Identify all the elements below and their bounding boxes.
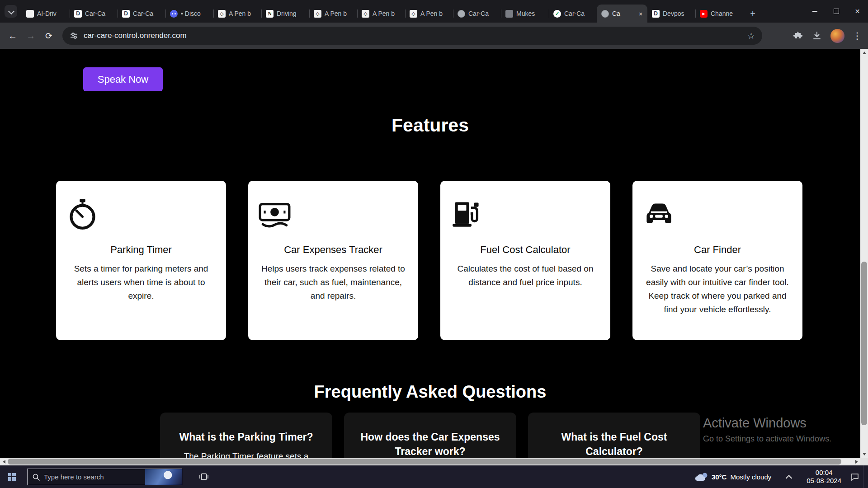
faq-heading: Frequently Asked Questions <box>0 382 860 402</box>
devpost-d-icon <box>122 10 130 18</box>
search-icon <box>32 473 40 481</box>
tab-label: Mukes <box>516 10 545 17</box>
windows-taskbar: 30°C Mostly cloudy 00:04 05-08-2024 <box>0 465 868 488</box>
screen: AI-Driv Car-Ca Car-Ca • Disco A Pen b Dr… <box>0 0 868 488</box>
browser-tab[interactable]: Devpos <box>647 5 695 23</box>
reload-button[interactable] <box>40 27 58 45</box>
taskbar-search[interactable] <box>27 469 182 485</box>
weather-condition[interactable]: Mostly cloudy <box>730 473 771 481</box>
task-view-button[interactable] <box>199 472 209 482</box>
minimize-button[interactable] <box>804 0 826 23</box>
tray-expand-chevron-icon[interactable] <box>787 474 791 479</box>
watermark-subtitle: Go to Settings to activate Windows. <box>703 434 831 444</box>
menu-kebab-icon[interactable] <box>853 30 862 41</box>
new-tab-button[interactable] <box>746 7 760 20</box>
scroll-left-arrow[interactable] <box>0 458 8 465</box>
browser-tab[interactable]: A Pen b <box>213 5 261 23</box>
watermark-title: Activate Windows <box>703 416 831 431</box>
tab-label: Ca <box>612 10 636 17</box>
scroll-down-arrow[interactable] <box>860 450 868 458</box>
browser-tab[interactable]: AI-Driv <box>22 5 70 23</box>
chevron-down-icon <box>9 9 13 14</box>
browser-tab[interactable]: A Pen b <box>357 5 405 23</box>
features-heading: Features <box>0 115 860 136</box>
browser-tab[interactable]: Channe <box>695 5 743 23</box>
maximize-button[interactable] <box>826 0 847 23</box>
tabs-container: AI-Driv Car-Ca Car-Ca • Disco A Pen b Dr… <box>22 0 743 23</box>
browser-tab[interactable]: A Pen b <box>405 5 453 23</box>
feature-card-parking-timer: Parking Timer Sets a timer for parking m… <box>56 181 226 340</box>
tab-label: A Pen b <box>325 10 354 17</box>
tab-strip: AI-Driv Car-Ca Car-Ca • Disco A Pen b Dr… <box>0 0 868 23</box>
blank-icon <box>505 10 513 18</box>
faq-question[interactable]: What is the Fuel Cost Calculator? <box>539 430 689 459</box>
card-title: Fuel Cost Calculator <box>450 244 600 256</box>
browser-tab[interactable]: Driving <box>261 5 309 23</box>
browser-tab[interactable]: • Disco <box>165 5 213 23</box>
tab-label: AI-Driv <box>37 10 66 17</box>
faq-question[interactable]: How does the Car Expenses Tracker work? <box>355 430 505 459</box>
url-text[interactable]: car-care-control.onrender.com <box>84 31 187 40</box>
devpost-d-icon <box>652 10 660 18</box>
globe-icon <box>458 10 465 18</box>
tab-label: Car-Ca <box>468 10 497 17</box>
taskbar-clock[interactable]: 00:04 05-08-2024 <box>807 469 841 485</box>
feature-card-fuel: Fuel Cost Calculator Calculates the cost… <box>440 181 610 340</box>
back-button[interactable] <box>4 27 22 45</box>
browser-tab[interactable]: Mukes <box>501 5 549 23</box>
horizontal-scroll-thumb[interactable] <box>8 459 841 465</box>
show-desktop-button[interactable] <box>863 465 865 488</box>
notion-icon <box>266 10 274 18</box>
action-center-icon[interactable] <box>850 473 859 481</box>
weather-temp[interactable]: 30°C <box>712 473 727 481</box>
card-body: Helps users track expenses related to th… <box>258 262 408 303</box>
bookmark-star-icon[interactable] <box>747 31 755 41</box>
toolbar-right <box>793 29 862 43</box>
browser-tab[interactable]: Car-Ca <box>118 5 165 23</box>
tab-label: Car-Ca <box>133 10 162 17</box>
search-highlight-image[interactable] <box>145 469 182 485</box>
speak-now-button[interactable]: Speak Now <box>83 67 163 91</box>
address-bar[interactable]: car-care-control.onrender.com <box>62 27 762 45</box>
start-button[interactable] <box>0 465 24 488</box>
card-body: Save and locate your car’s position easi… <box>642 262 793 316</box>
card-title: Car Expenses Tracker <box>258 244 408 256</box>
codepen-icon <box>410 10 417 18</box>
vertical-scroll-thumb[interactable] <box>861 262 867 425</box>
tab-label: A Pen b <box>229 10 258 17</box>
browser-tab[interactable]: Car-Ca <box>549 5 597 23</box>
car-front-icon <box>642 197 793 230</box>
search-input[interactable] <box>44 473 145 481</box>
tab-close-icon[interactable] <box>637 10 644 17</box>
app-white-icon <box>26 10 34 18</box>
downloads-icon[interactable] <box>811 30 822 41</box>
site-settings-icon[interactable] <box>70 32 78 40</box>
tab-label: • Disco <box>181 10 210 17</box>
card-title: Parking Timer <box>66 244 216 256</box>
scroll-right-arrow[interactable] <box>853 458 860 465</box>
card-body: Calculates the cost of fuel based on dis… <box>450 262 600 289</box>
profile-avatar[interactable] <box>830 29 844 43</box>
tab-label: Car-Ca <box>564 10 593 17</box>
window-controls <box>804 0 868 23</box>
browser-tab[interactable]: A Pen b <box>309 5 357 23</box>
globe-icon <box>601 10 609 18</box>
forward-button[interactable] <box>22 27 40 45</box>
windows-logo-icon <box>8 473 16 481</box>
horizontal-scrollbar[interactable] <box>0 458 860 465</box>
extensions-icon[interactable] <box>793 30 803 41</box>
feature-card-expenses: Car Expenses Tracker Helps users track e… <box>248 181 418 340</box>
youtube-icon <box>700 10 708 18</box>
check-green-icon <box>553 10 561 18</box>
tab-label: Devpos <box>663 10 692 17</box>
browser-tab-active[interactable]: Ca <box>597 5 647 23</box>
system-tray: 30°C Mostly cloudy 00:04 05-08-2024 <box>695 465 865 488</box>
tab-search-button[interactable] <box>5 5 17 18</box>
browser-tab[interactable]: Car-Ca <box>453 5 501 23</box>
clock-date: 05-08-2024 <box>807 477 841 485</box>
scroll-up-arrow[interactable] <box>860 49 868 56</box>
faq-question[interactable]: What is the Parking Timer? <box>171 430 321 444</box>
browser-tab[interactable]: Car-Ca <box>70 5 118 23</box>
vertical-scrollbar[interactable] <box>860 49 868 458</box>
close-button[interactable] <box>847 0 868 23</box>
